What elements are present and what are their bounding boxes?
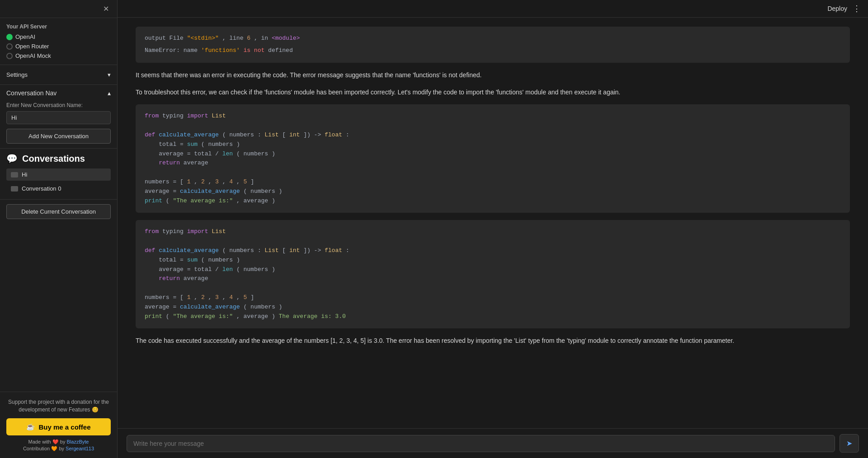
close-button[interactable]: ✕ bbox=[100, 4, 112, 14]
api-server-label: Your API Server bbox=[6, 23, 111, 30]
api-server-section: Your API Server OpenAI Open Router OpenA… bbox=[0, 18, 117, 65]
coffee-icon: ☕ bbox=[26, 423, 35, 431]
code2-line-7: average = calculate_average ( numbers ) bbox=[145, 303, 841, 312]
message-text-3: The code has executed successfully and t… bbox=[136, 336, 850, 346]
radio-openai-mock[interactable]: OpenAI Mock bbox=[6, 52, 111, 59]
code-block-1: from typing import List def calculate_av… bbox=[136, 104, 850, 213]
code-line-6: numbers = [ 1 , 2 , 3 , 4 , 5 ] bbox=[145, 178, 841, 187]
code-block-2: from typing import List def calculate_av… bbox=[136, 220, 850, 328]
conversations-title: Conversations bbox=[22, 154, 85, 164]
conv-nav-section: Conversation Nav ▴ Enter New Conversatio… bbox=[0, 85, 117, 149]
error-line1: output File "<stdin>" , line 6 , in <mod… bbox=[145, 34, 841, 43]
top-bar: Deploy ⋮ bbox=[118, 0, 868, 18]
code-line-5: return average bbox=[145, 159, 841, 168]
conv-nav-title: Conversation Nav bbox=[6, 89, 57, 97]
made-with-text: Made with ❤️ by BlazzByte bbox=[6, 439, 111, 445]
conv-item-conv0[interactable]: Conversation 0 bbox=[6, 182, 111, 195]
radio-label-openai-mock: OpenAI Mock bbox=[15, 52, 51, 59]
conv-icon-hi bbox=[11, 172, 18, 178]
settings-toggle[interactable]: Settings ▾ bbox=[6, 70, 111, 80]
code2-line-3: total = sum ( numbers ) bbox=[145, 256, 841, 265]
heart-icon: ❤️ bbox=[52, 439, 60, 444]
conv-label-hi: Hi bbox=[22, 171, 27, 178]
code2-line-1: from typing import List bbox=[145, 227, 841, 237]
conv-item-hi[interactable]: Hi bbox=[6, 168, 111, 181]
error-line2: NameError: name 'functions' is not defin… bbox=[145, 46, 841, 56]
code2-line-4: average = total / len ( numbers ) bbox=[145, 265, 841, 275]
contribution-text: Contribution 🧡 by Sergeant113 bbox=[6, 446, 111, 452]
support-text: Support the project with a donation for … bbox=[6, 398, 111, 414]
code-line-1: from typing import List bbox=[145, 112, 841, 121]
code-line-8: print ( "The average is:" , average ) bbox=[145, 196, 841, 206]
send-button[interactable]: ➤ bbox=[840, 434, 859, 453]
chat-area: output File "<stdin>" , line 6 , in <mod… bbox=[118, 18, 868, 428]
buy-coffee-button[interactable]: ☕ Buy me a coffee bbox=[6, 418, 111, 435]
radio-dot-open-router bbox=[6, 43, 13, 50]
radio-dot-openai-mock bbox=[6, 53, 13, 59]
conv-nav-chevron-icon: ▴ bbox=[108, 89, 111, 97]
code2-line-6: numbers = [ 1 , 2 , 3 , 4 , 5 ] bbox=[145, 293, 841, 303]
main-content: Deploy ⋮ output File "<stdin>" , line 6 … bbox=[118, 0, 868, 458]
radio-open-router[interactable]: Open Router bbox=[6, 43, 111, 50]
conversations-section: 💬 Conversations Hi Conversation 0 bbox=[0, 149, 117, 200]
conv-list: Hi Conversation 0 bbox=[6, 168, 111, 195]
chat-bubble-icon: 💬 bbox=[6, 153, 18, 164]
settings-label: Settings bbox=[6, 71, 28, 78]
radio-label-openai: OpenAI bbox=[15, 33, 35, 40]
code-line-4: average = total / len ( numbers ) bbox=[145, 150, 841, 159]
blazzbyte-link[interactable]: BlazzByte bbox=[67, 439, 89, 444]
conv-name-label: Enter New Conversation Name: bbox=[6, 102, 111, 108]
more-options-button[interactable]: ⋮ bbox=[853, 4, 861, 14]
sidebar-footer: Support the project with a donation for … bbox=[0, 392, 117, 458]
conv-label-conv0: Conversation 0 bbox=[22, 185, 61, 192]
radio-label-open-router: Open Router bbox=[15, 43, 49, 50]
add-conv-button[interactable]: Add New Conversation bbox=[6, 129, 111, 144]
chevron-down-icon: ▾ bbox=[108, 71, 111, 78]
sidebar-top-bar: ✕ bbox=[0, 0, 117, 18]
code2-line-8: print ( "The average is:" , average ) Th… bbox=[145, 312, 841, 322]
message-text-2: To troubleshoot this error, we can check… bbox=[136, 87, 850, 97]
code2-line-5: return average bbox=[145, 274, 841, 284]
code-line-2: def calculate_average ( numbers : List [… bbox=[145, 131, 841, 140]
conv-nav-header: Conversation Nav ▴ bbox=[6, 89, 111, 97]
message-input[interactable] bbox=[127, 435, 835, 452]
conv-name-input[interactable] bbox=[6, 111, 111, 124]
code-line-3: total = sum ( numbers ) bbox=[145, 140, 841, 150]
sergeant-link[interactable]: Sergeant113 bbox=[66, 446, 94, 451]
radio-dot-openai bbox=[6, 34, 13, 40]
settings-section: Settings ▾ bbox=[0, 65, 117, 85]
code2-line-2: def calculate_average ( numbers : List [… bbox=[145, 246, 841, 256]
conversations-header: 💬 Conversations bbox=[6, 153, 111, 164]
api-radio-group: OpenAI Open Router OpenAI Mock bbox=[6, 33, 111, 59]
radio-openai[interactable]: OpenAI bbox=[6, 33, 111, 40]
message-text-1: It seems that there was an error in exec… bbox=[136, 70, 850, 80]
error-code-block: output File "<stdin>" , line 6 , in <mod… bbox=[136, 27, 850, 63]
deploy-button[interactable]: Deploy bbox=[827, 5, 847, 12]
sidebar: ✕ Your API Server OpenAI Open Router Ope… bbox=[0, 0, 118, 458]
code-line-7: average = calculate_average ( numbers ) bbox=[145, 187, 841, 196]
input-area: ➤ bbox=[118, 428, 868, 458]
conv-icon-conv0 bbox=[11, 186, 18, 192]
buy-coffee-label: Buy me a coffee bbox=[38, 423, 90, 431]
delete-conv-button[interactable]: Delete Current Conversation bbox=[6, 204, 111, 219]
orange-heart-icon: 🧡 bbox=[51, 446, 59, 451]
